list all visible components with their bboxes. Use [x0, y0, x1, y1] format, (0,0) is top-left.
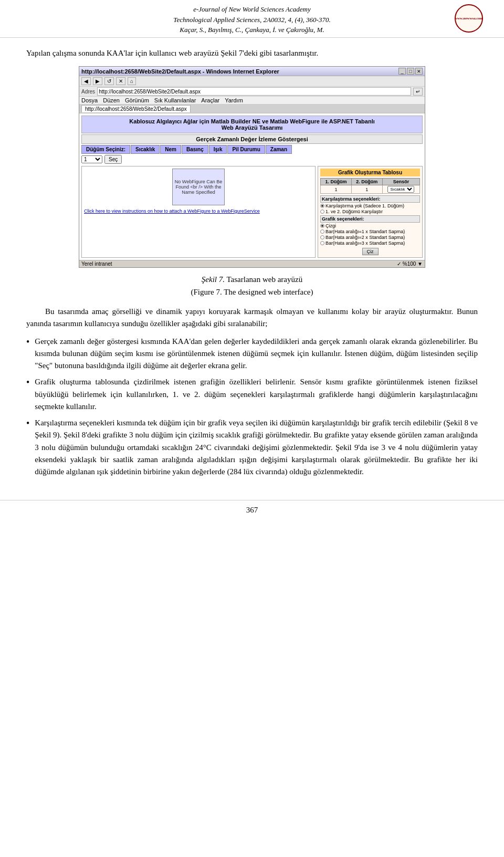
logo-text: www.newwsa.com: [455, 16, 483, 20]
ie-titlebar: http://localhost:2658/WebSite2/Default.a…: [79, 67, 425, 76]
webapp-nav-basinc[interactable]: Basınç: [182, 145, 208, 154]
ie-minimize-button[interactable]: _: [398, 68, 406, 75]
matlab-placeholder-text: No WebFigure Can Be Found <br /> With th…: [173, 179, 224, 195]
ie-back-button[interactable]: ◀: [81, 77, 91, 85]
grafik-radio-bar1[interactable]: [320, 229, 324, 234]
ie-menu-gorunum[interactable]: Görünüm: [125, 97, 149, 103]
ie-zoom-level: ✓ %100 ▼: [397, 261, 423, 267]
webapp-header2: Gerçek Zamanlı Değer İzleme Göstergesi: [81, 134, 423, 144]
webapp-left-panel: No WebFigure Can Be Found <br /> With th…: [81, 166, 316, 258]
ie-status-text: Yerel intranet: [81, 261, 112, 267]
ie-address-label: Adres: [81, 89, 95, 95]
matlab-figure-wrapper: No WebFigure Can Be Found <br /> With th…: [84, 169, 313, 207]
ie-refresh-button[interactable]: ↺: [104, 77, 114, 85]
page-header: www.newwsa.com e-Journal of New World Sc…: [0, 0, 504, 38]
ie-window-title: http://localhost:2658/WebSite2/Default.a…: [81, 68, 279, 75]
ie-statusbar: Yerel intranet ✓ %100 ▼: [79, 260, 425, 267]
grafik-table-title: Grafik Oluşturma Tablosu: [320, 169, 420, 176]
karsil-radio-group: Karşılaştırma yok (Sadece 1. Düğüm) 1. v…: [320, 203, 420, 214]
ie-menu-araclar[interactable]: Araçlar: [201, 97, 219, 103]
ie-active-tab[interactable]: http://localhost:2658/WebSite2/Default.a…: [81, 105, 191, 112]
ie-toolbar: ◀ ▶ ↺ ✕ ⌂: [79, 76, 425, 87]
grafik-option-cizgi: Çizgi: [320, 223, 420, 228]
node-select-row: 1 Seç: [81, 155, 423, 164]
webapp-header1: Kablosuz Algılayıcı Ağlar için Matlab Bu…: [81, 116, 423, 133]
karsil-option2: 1. ve 2. Düğümü Karşılaştır: [320, 209, 420, 214]
ie-menu-duzen[interactable]: Düzen: [103, 97, 120, 103]
webapp-nav-dugum[interactable]: Düğüm Seçiniz:: [81, 145, 130, 154]
webapp-header-line1: Kablosuz Algılayıcı Ağlar için Matlab Bu…: [85, 118, 419, 124]
ie-menu-sik[interactable]: Sık Kullanılanlar: [154, 97, 196, 103]
karsil-label2: 1. ve 2. Düğümü Karşılaştır: [326, 209, 383, 214]
grafik-radio-bar2[interactable]: [320, 235, 324, 239]
ie-menu-yardim[interactable]: Yardım: [225, 97, 243, 103]
ie-address-bar: Adres ↵: [79, 87, 425, 97]
grafik-radio-cizgi[interactable]: [320, 224, 324, 228]
webapp-header-line2: Web Arayüzü Tasarımı: [85, 124, 419, 131]
ie-screenshot: http://localhost:2658/WebSite2/Default.a…: [79, 66, 425, 268]
ie-restore-button[interactable]: □: [407, 68, 414, 75]
grafik-table: 1. Düğüm 2. Düğüm Sensör 1 1 Sıcaklık: [320, 178, 420, 194]
grafik-label-bar1: Bar(Hata aralığı=1 x Standart Sapma): [326, 229, 405, 234]
journal-line1: e-Journal of New World Sciences Academy: [21, 4, 483, 15]
ie-window-controls: _ □ ✕: [398, 68, 423, 75]
grafik-radio-bar3[interactable]: [320, 241, 324, 245]
bullet-item-1: • Gerçek zamanlı değer göstergesi kısmın…: [26, 336, 478, 372]
webapp-link-text[interactable]: Click here to view instructions on how t…: [84, 208, 313, 214]
bullet-item-2: • Grafik oluşturma tablosunda çizdirilme…: [26, 376, 478, 413]
grafik-sec-title: Grafik seçenekleri:: [320, 215, 420, 223]
bullet-section: • Gerçek zamanlı değer göstergesi kısmın…: [26, 336, 478, 478]
figure-line2: (Figure 7. The designed web interface): [191, 288, 313, 296]
webapp-nav-isik[interactable]: Işık: [209, 145, 227, 154]
ciz-button[interactable]: Çiz: [362, 248, 379, 255]
page-footer: 367: [0, 500, 504, 518]
grafik-label-cizgi: Çizgi: [326, 223, 336, 228]
table-cell-dugum2: 1: [351, 185, 382, 194]
journal-line2: Technological Applied Sciences, 2A0032, …: [21, 15, 483, 25]
figure-label: Şekil 7.: [202, 275, 225, 284]
intro-paragraph: Yapılan çalışma sonunda KAA'lar için kul…: [26, 47, 478, 59]
webapp-nav-zaman[interactable]: Zaman: [266, 145, 292, 154]
ie-home-button[interactable]: ⌂: [128, 77, 136, 85]
journal-line3: Kaçar, S., Bayılmış, C., Çankaya, İ. ve …: [21, 25, 483, 35]
karsil-radio1[interactable]: [320, 204, 324, 208]
karsil-section-title: Karşılaştırma seçenekleri:: [320, 195, 420, 203]
table-header-sensor: Sensör: [382, 179, 419, 185]
sec-button[interactable]: Seç: [104, 155, 122, 164]
webapp-navbar: Düğüm Seçiniz: Sıcaklık Nem Basınç Işık …: [81, 145, 423, 154]
ie-address-input[interactable]: [97, 87, 411, 96]
karsil-radio2[interactable]: [320, 210, 324, 214]
webapp-container: Kablosuz Algılayıcı Ağlar için Matlab Bu…: [79, 113, 425, 260]
ie-go-button[interactable]: ↵: [413, 88, 423, 96]
ie-close-button[interactable]: ✕: [415, 68, 423, 75]
bullet-text-3: Karşılaştırma seçenekleri kısmında tek d…: [35, 417, 478, 478]
bullet-text-2: Grafik oluşturma tablosunda çizdirilmek …: [35, 376, 478, 413]
ie-forward-button[interactable]: ▶: [93, 77, 102, 85]
bullet-dot-1: •: [26, 337, 29, 348]
matlab-webfigure: No WebFigure Can Be Found <br /> With th…: [172, 169, 225, 205]
node-select-dropdown[interactable]: 1: [81, 155, 102, 163]
bullet-dot-3: •: [26, 418, 29, 429]
webapp-nav-sicaklik[interactable]: Sıcaklık: [131, 145, 160, 154]
table-cell-sensor: Sıcaklık: [382, 185, 419, 194]
figure-line1: Tasarlanan web arayüzü: [226, 275, 302, 284]
ie-menubar: Dosya Düzen Görünüm Sık Kullanılanlar Ar…: [79, 97, 425, 104]
karsil-option1: Karşılaştırma yok (Sadece 1. Düğüm): [320, 203, 420, 208]
ciz-btn-wrapper: Çiz: [320, 247, 420, 255]
body-para1: Bu tasarımda amaç görselliği ve dinamik …: [26, 306, 478, 330]
table-cell-dugum1: 1: [321, 185, 352, 194]
bullet-dot-2: •: [26, 377, 29, 388]
main-content: Yapılan çalışma sonunda KAA'lar için kul…: [0, 38, 504, 493]
karsil-label1: Karşılaştırma yok (Sadece 1. Düğüm): [326, 203, 404, 208]
ie-tabs: http://localhost:2658/WebSite2/Default.a…: [79, 104, 425, 113]
sensor-dropdown[interactable]: Sıcaklık: [387, 186, 414, 193]
journal-logo: www.newwsa.com: [455, 4, 483, 33]
webapp-nav-nem[interactable]: Nem: [160, 145, 181, 154]
table-header-dugum1: 1. Düğüm: [321, 179, 352, 185]
grafik-label-bar3: Bar(Hata aralığı=3 x Standart Sapma): [326, 241, 405, 246]
ie-stop-button[interactable]: ✕: [116, 77, 125, 85]
ie-menu-dosya[interactable]: Dosya: [81, 97, 98, 103]
grafik-option-bar2: Bar(Hata aralığı=2 x Standart Sapma): [320, 235, 420, 240]
grafik-option-bar3: Bar(Hata aralığı=3 x Standart Sapma): [320, 241, 420, 246]
webapp-nav-pil[interactable]: Pil Durumu: [227, 145, 265, 154]
